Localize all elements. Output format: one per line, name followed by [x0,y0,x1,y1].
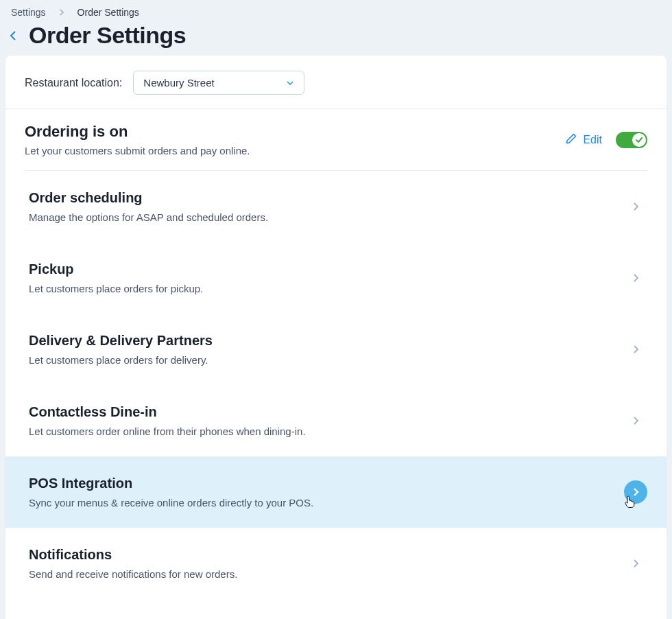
row-subtitle: Manage the options for ASAP and schedule… [29,211,268,223]
breadcrumb: Settings Order Settings [0,0,672,22]
location-row: Restaurant location: Newbury Street [5,56,667,108]
ordering-toggle[interactable] [616,132,647,148]
location-select[interactable]: Newbury Street [133,71,304,95]
chevron-right-icon [624,266,647,290]
chevron-right-icon [624,195,647,218]
ordering-subtitle: Let your customers submit orders and pay… [25,145,250,156]
chevron-down-icon [286,79,294,87]
row-order-scheduling[interactable]: Order scheduling Manage the options for … [5,171,667,242]
row-title: Delivery & Delivery Partners [29,333,213,349]
row-subtitle: Sync your menus & receive online orders … [29,497,313,509]
row-advanced[interactable]: Advanced Set up additional options such … [5,599,667,619]
location-selected-value: Newbury Street [143,77,214,89]
edit-label: Edit [583,134,602,146]
settings-card: Restaurant location: Newbury Street Orde… [5,56,667,619]
row-title: POS Integration [29,476,313,491]
breadcrumb-root[interactable]: Settings [11,7,46,18]
chevron-right-icon [624,338,647,361]
row-pos-integration[interactable]: POS Integration Sync your menus & receiv… [5,456,667,528]
row-subtitle: Let customers order online from their ph… [29,425,306,437]
pencil-icon [565,132,577,148]
row-title: Contactless Dine-in [29,404,306,420]
title-row: Order Settings [0,22,672,56]
chevron-right-icon [624,409,647,432]
chevron-right-icon [624,480,647,504]
row-title: Pickup [29,261,203,277]
row-contactless-dinein[interactable]: Contactless Dine-in Let customers order … [5,385,667,456]
chevron-right-icon [58,7,65,18]
row-title: Notifications [29,547,237,563]
row-subtitle: Send and receive notifications for new o… [29,568,237,580]
edit-button[interactable]: Edit [565,132,602,148]
chevron-right-icon [624,552,647,575]
page-title: Order Settings [29,22,186,49]
row-notifications[interactable]: Notifications Send and receive notificat… [5,528,667,599]
location-label: Restaurant location: [25,77,122,89]
ordering-status-row: Ordering is on Let your customers submit… [5,109,667,170]
row-title: Order scheduling [29,190,268,206]
ordering-title: Ordering is on [25,123,250,141]
breadcrumb-current: Order Settings [77,7,139,18]
row-pickup[interactable]: Pickup Let customers place orders for pi… [5,242,667,314]
row-subtitle: Let customers place orders for delivery. [29,354,213,366]
toggle-knob [632,133,646,147]
back-button[interactable] [8,30,19,41]
row-delivery[interactable]: Delivery & Delivery Partners Let custome… [5,314,667,385]
row-subtitle: Let customers place orders for pickup. [29,283,203,294]
